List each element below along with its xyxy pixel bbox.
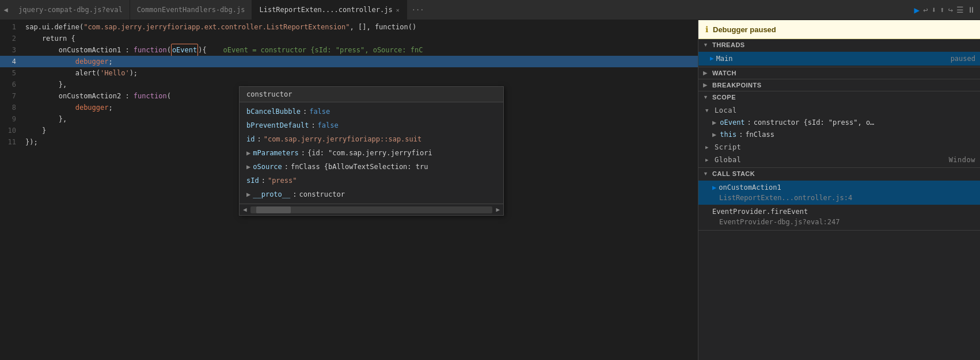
call-stack-header[interactable]: ▼ Call Stack xyxy=(698,168,980,179)
tooltip-scrollbar: ◀ ▶ xyxy=(240,204,503,215)
watch-collapse-icon: ▶ xyxy=(703,70,710,76)
scope-collapse-icon: ▼ xyxy=(703,94,710,100)
scroll-left-icon[interactable]: ◀ xyxy=(243,206,247,213)
tooltip-row-osource[interactable]: ▶ oSource : fnClass {bAllowTextSelection… xyxy=(244,160,499,174)
callstack-item-0[interactable]: ▶ onCustomAction1 ListReportExten...ontr… xyxy=(698,181,980,205)
expand-icon[interactable]: ▶ xyxy=(246,147,250,159)
global-subsection-header[interactable]: ▶ Global Window xyxy=(698,154,980,166)
tab-back-button[interactable]: ◀ xyxy=(0,0,12,20)
callstack-file-0: ListReportExten...ontroller.js:4 xyxy=(712,193,975,203)
thread-active-icon: ▶ xyxy=(710,53,714,64)
scope-section-header[interactable]: ▼ Scope xyxy=(698,91,980,103)
callstack-active-icon: ▶ xyxy=(712,182,716,193)
thread-main-status: paused xyxy=(951,53,975,64)
tab-actions: ▶ ↩ ⬇ ⬆ ↪ ☰ ⏸ xyxy=(910,5,980,16)
tooltip-header: constructor xyxy=(240,87,503,102)
expand-icon[interactable]: ▶ xyxy=(246,189,250,200)
threads-content: ▶ Main paused xyxy=(698,51,980,67)
tab-overflow-button[interactable]: ··· xyxy=(407,6,429,14)
tooltip-row-bcancelbubble: bCancelBubble : false xyxy=(244,105,499,118)
play-icon[interactable]: ▶ xyxy=(914,5,920,16)
pause-icon[interactable]: ⏸ xyxy=(967,5,975,14)
threads-collapse-icon: ▼ xyxy=(703,42,710,48)
threads-section: ▼ Threads ▶ Main paused xyxy=(698,39,980,67)
scrollbar-thumb[interactable] xyxy=(256,206,291,213)
script-subsection-header[interactable]: ▶ Script xyxy=(698,141,980,154)
watch-section: ▶ Watch xyxy=(698,67,980,79)
tooltip-row-id: id : "com.sap.jerry.jerryfioriapp::sap.s… xyxy=(244,132,499,146)
breakpoints-section-header[interactable]: ▶ Breakpoints xyxy=(698,79,980,91)
scope-content: ▼ Local ▶ oEvent : constructor {sId: "pr… xyxy=(698,103,980,167)
code-line-1: 1 sap.ui.define("com.sap.jerry.jerryfior… xyxy=(0,21,698,33)
watch-label: Watch xyxy=(712,70,736,76)
tooltip-body: bCancelBubble : false bPreventDefault : … xyxy=(240,102,503,204)
tab-listreport[interactable]: ListReportExten....controller.js ✕ xyxy=(252,0,407,20)
local-label: Local xyxy=(715,106,737,114)
threads-label: Threads xyxy=(712,41,745,48)
local-collapse-icon: ▼ xyxy=(705,108,712,113)
code-line-5: 5 alert('Hello'); xyxy=(0,67,698,79)
expand-icon[interactable]: ▶ xyxy=(246,161,250,173)
right-panel: ℹ Debugger paused ▼ Threads ▶ Main pause… xyxy=(698,20,980,360)
breakpoints-section: ▶ Breakpoints xyxy=(698,79,980,91)
call-stack-section: ▼ Call Stack ▶ onCustomAction1 ListRepor… xyxy=(698,168,980,231)
tab-jquery[interactable]: jquery-compat-dbg.js?eval xyxy=(12,0,130,20)
breakpoints-label: Breakpoints xyxy=(712,82,762,89)
script-collapse-icon: ▶ xyxy=(705,144,712,150)
oevent-expand-icon[interactable]: ▶ xyxy=(712,117,716,128)
step-out-icon[interactable]: ⬆ xyxy=(940,5,944,14)
right-panel-scroll[interactable]: ▼ Threads ▶ Main paused ▶ Watch xyxy=(698,39,980,360)
code-line-4: 4 debugger; xyxy=(0,56,698,67)
callstack-file-1: EventProvider-dbg.js?eval:247 xyxy=(712,217,975,227)
breakpoints-collapse-icon: ▶ xyxy=(703,82,710,88)
threads-section-header[interactable]: ▼ Threads xyxy=(698,39,980,51)
tab-bar: ◀ jquery-compat-dbg.js?eval CommonEventH… xyxy=(0,0,980,20)
scope-label: Scope xyxy=(712,94,736,101)
step-into-icon[interactable]: ⬇ xyxy=(932,5,936,14)
scope-this-item[interactable]: ▶ this : fnClass xyxy=(698,129,980,141)
main-layout: 1 sap.ui.define("com.sap.jerry.jerryfior… xyxy=(0,20,980,360)
script-label: Script xyxy=(715,143,741,151)
tooltip-row-mparameters[interactable]: ▶ mParameters : {id: "com.sap.jerry.jerr… xyxy=(244,146,499,160)
global-label: Global xyxy=(715,156,741,164)
step-continue-icon[interactable]: ↪ xyxy=(948,5,953,14)
code-content: 1 sap.ui.define("com.sap.jerry.jerryfior… xyxy=(0,20,698,360)
debugger-status-text: Debugger paused xyxy=(713,25,776,34)
tooltip-row-proto[interactable]: ▶ __proto__ : constructor xyxy=(244,187,499,201)
tooltip-row-bpreventdefault: bPreventDefault : false xyxy=(244,118,499,132)
callstack-fn-0: onCustomAction1 xyxy=(719,182,781,193)
watch-section-header[interactable]: ▶ Watch xyxy=(698,67,980,79)
call-stack-label: Call Stack xyxy=(712,170,755,177)
callstack-collapse-icon: ▼ xyxy=(703,171,710,177)
scroll-right-icon[interactable]: ▶ xyxy=(496,206,500,213)
scrollbar-track[interactable] xyxy=(250,206,493,213)
code-line-3: 3 onCustomAction1 : function(oEvent){ oE… xyxy=(0,44,698,56)
global-collapse-icon: ▶ xyxy=(705,157,712,163)
call-stack-content: ▶ onCustomAction1 ListReportExten...ontr… xyxy=(698,179,980,230)
tooltip-popup: constructor bCancelBubble : false bPreve… xyxy=(239,86,504,216)
tooltip-row-sid: sId : "press" xyxy=(244,174,499,187)
scope-oevent-item[interactable]: ▶ oEvent : constructor {sId: "press", o… xyxy=(698,117,980,129)
local-subsection-header[interactable]: ▼ Local xyxy=(698,104,980,117)
info-icon: ℹ xyxy=(705,25,708,34)
thread-main-label: Main xyxy=(716,53,733,64)
code-line-2: 2 return { xyxy=(0,33,698,44)
tab-close-icon[interactable]: ✕ xyxy=(396,7,400,13)
this-expand-icon[interactable]: ▶ xyxy=(712,129,716,140)
debugger-status-header: ℹ Debugger paused xyxy=(698,20,980,39)
global-value: Window xyxy=(949,156,975,164)
settings-icon[interactable]: ☰ xyxy=(956,5,964,14)
callstack-fn-1: EventProvider.fireEvent xyxy=(712,206,808,217)
scope-section: ▼ Scope ▼ Local ▶ oEvent : constructor {… xyxy=(698,91,980,168)
callstack-item-1[interactable]: EventProvider.fireEvent EventProvider-db… xyxy=(698,205,980,229)
threads-main-item[interactable]: ▶ Main paused xyxy=(698,52,980,66)
step-over-icon[interactable]: ↩ xyxy=(923,5,928,14)
tab-common[interactable]: CommonEventHandlers-dbg.js xyxy=(130,0,253,20)
code-panel: 1 sap.ui.define("com.sap.jerry.jerryfior… xyxy=(0,20,698,360)
